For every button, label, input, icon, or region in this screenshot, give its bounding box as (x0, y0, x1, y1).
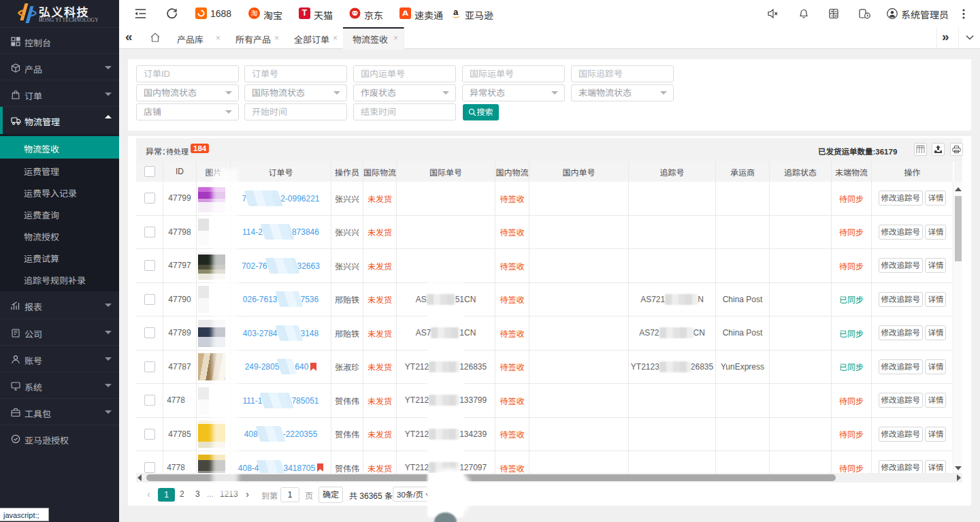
svg-text:a: a (453, 7, 459, 17)
